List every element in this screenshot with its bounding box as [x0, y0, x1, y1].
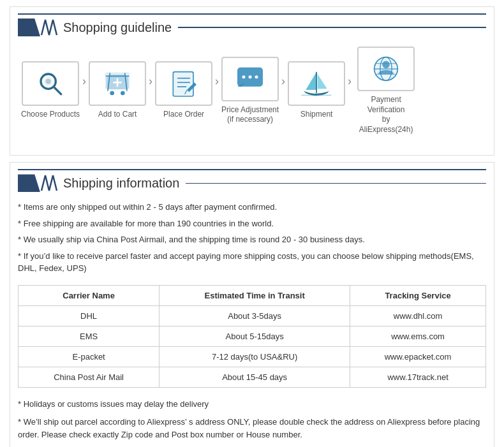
bottom-note-1: * Holidays or customs issues may delay t… — [18, 398, 486, 411]
arrow-4: › — [281, 75, 285, 107]
svg-point-28 — [382, 61, 390, 69]
svg-point-3 — [46, 79, 51, 84]
step-payment-verification: Payment Verification by AliExpress(24h) — [354, 47, 418, 135]
svg-point-16 — [242, 75, 246, 78]
shipping-note-3: * We usually ship via China Post Airmail… — [18, 233, 486, 246]
step-shipment-label: Shipment — [300, 110, 333, 120]
payment-verification-icon-box — [357, 47, 415, 91]
table-row: China Post Air Mail About 15-45 days www… — [19, 367, 486, 387]
bottom-note-2: * We’ll ship out parcel according to Ali… — [18, 416, 486, 441]
bottom-notes: * Holidays or customs issues may delay t… — [18, 398, 486, 447]
arrow-2: › — [149, 75, 152, 107]
guideline-section: Shopping guideline Choose Products › — [10, 6, 494, 156]
step-add-to-cart: Add to Cart — [89, 61, 146, 120]
svg-line-1 — [54, 87, 61, 94]
carrier-epacket: E-packet — [19, 346, 159, 367]
step-place-order-label: Place Order — [163, 110, 204, 120]
step-price-adjustment: Price Adjustment (if necessary) — [221, 57, 279, 125]
steps-row: Choose Products › — [18, 47, 486, 135]
svg-point-18 — [255, 75, 258, 78]
shipping-title: Shipping information — [63, 176, 179, 191]
page-wrapper: Shopping guideline Choose Products › — [0, 0, 504, 447]
shipping-note-1: * Items are only shipped out within 2 - … — [18, 201, 486, 214]
step-place-order: Place Order — [155, 61, 212, 120]
shipping-notes: * Items are only shipped out within 2 - … — [18, 201, 486, 275]
ship-icon — [300, 68, 332, 99]
table-row: E-packet 7-12 days(to USA&RU) www.epacke… — [19, 346, 486, 367]
step-shipment: Shipment — [288, 61, 345, 120]
transit-epacket: 7-12 days(to USA&RU) — [159, 346, 350, 367]
shipment-icon-box — [288, 61, 345, 106]
shipping-table: Carrier Name Estimated Time in Transit T… — [18, 285, 486, 388]
transit-dhl: About 3-5days — [159, 305, 350, 326]
price-adjustment-icon-box — [221, 57, 279, 101]
choose-products-icon-box — [22, 61, 79, 106]
step-payment-verification-label: Payment Verification by AliExpress(24h) — [354, 95, 418, 135]
tracking-ems: www.ems.com — [350, 326, 486, 346]
arrow-5: › — [348, 75, 352, 107]
arrow-3: › — [215, 75, 219, 107]
order-icon — [168, 68, 200, 99]
step-price-adjustment-label: Price Adjustment (if necessary) — [221, 105, 279, 125]
tracking-epacket: www.epacket.com — [350, 346, 486, 367]
arrow-1: › — [82, 75, 86, 107]
svg-point-5 — [110, 91, 114, 96]
search-icon — [34, 68, 66, 99]
step-choose-products: Choose Products — [21, 61, 80, 120]
carrier-ems: EMS — [19, 326, 159, 346]
svg-point-6 — [121, 91, 125, 96]
guideline-title: Shopping guideline — [63, 20, 172, 35]
shipping-note-2: * Free shipping are available for more t… — [18, 217, 486, 230]
svg-marker-20 — [318, 74, 327, 89]
step-choose-products-label: Choose Products — [21, 110, 80, 120]
svg-rect-9 — [173, 72, 193, 96]
table-row: DHL About 3-5days www.dhl.com — [19, 305, 486, 326]
table-header-carrier: Carrier Name — [19, 285, 159, 305]
svg-point-17 — [249, 75, 252, 78]
zigzag-icon — [40, 18, 58, 36]
transit-ems: About 5-15days — [159, 326, 350, 346]
table-header-tracking: Tracking Service — [350, 285, 486, 305]
tracking-chinapost: www.17track.net — [350, 367, 486, 387]
carrier-chinapost: China Post Air Mail — [19, 367, 159, 387]
svg-marker-19 — [306, 72, 316, 90]
transit-chinapost: About 15-45 days — [159, 367, 350, 387]
shipping-section: Shipping information * Items are only sh… — [10, 162, 494, 447]
place-order-icon-box — [155, 61, 212, 106]
add-to-cart-icon-box — [89, 61, 146, 106]
verify-icon — [370, 53, 402, 85]
step-add-to-cart-label: Add to Cart — [98, 110, 137, 120]
tracking-dhl: www.dhl.com — [350, 305, 486, 326]
table-row: EMS About 5-15days www.ems.com — [19, 326, 486, 346]
carrier-dhl: DHL — [19, 305, 159, 326]
cart-icon — [101, 68, 133, 99]
zigzag-icon-2 — [40, 174, 58, 192]
message-icon — [234, 63, 266, 95]
table-header-transit: Estimated Time in Transit — [159, 285, 350, 305]
shipping-note-4: * If you’d like to receive parcel faster… — [18, 250, 486, 275]
